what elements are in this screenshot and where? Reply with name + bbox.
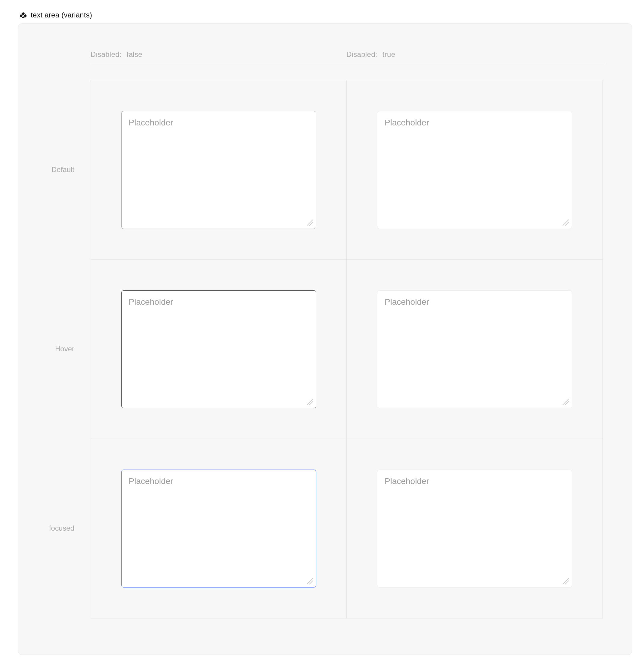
variants-icon: [20, 12, 26, 18]
svg-rect-0: [21, 12, 25, 15]
svg-rect-2: [23, 14, 26, 18]
variant-cell-default-disabled: Placeholder: [347, 80, 602, 259]
row-label-default: Default: [45, 80, 91, 259]
textarea-placeholder: Placeholder: [129, 297, 173, 306]
column-header-key: Disabled:: [347, 50, 377, 59]
variant-table: Default Hover focused Placeholder: [45, 80, 605, 618]
row-label-hover: Hover: [45, 259, 91, 439]
textarea-disabled: Placeholder: [377, 290, 572, 408]
resize-handle-icon[interactable]: [306, 577, 314, 585]
column-header-disabled-true: Disabled: true: [347, 50, 602, 59]
textarea-placeholder: Placeholder: [384, 118, 429, 127]
textarea-focused[interactable]: Placeholder: [121, 470, 316, 588]
variants-frame: Disabled: false Disabled: true Default H…: [18, 23, 632, 655]
textarea-default[interactable]: Placeholder: [121, 111, 316, 229]
resize-handle-icon[interactable]: [306, 219, 314, 226]
variant-cell-focused-disabled: Placeholder: [347, 439, 602, 618]
svg-rect-1: [20, 14, 23, 18]
textarea-placeholder: Placeholder: [129, 477, 173, 486]
column-header-value: true: [382, 50, 395, 59]
textarea-disabled: Placeholder: [377, 111, 572, 229]
row-label-focused: focused: [45, 439, 91, 618]
resize-handle-icon[interactable]: [306, 398, 314, 406]
textarea-disabled: Placeholder: [377, 470, 572, 588]
textarea-placeholder: Placeholder: [384, 477, 429, 486]
resize-handle-icon: [561, 577, 569, 585]
variant-cell-hover-disabled: Placeholder: [347, 259, 602, 439]
column-header-key: Disabled:: [91, 50, 121, 59]
resize-handle-icon: [561, 219, 569, 226]
column-headers: Disabled: false Disabled: true: [91, 50, 605, 63]
textarea-placeholder: Placeholder: [384, 297, 429, 306]
row-labels: Default Hover focused: [45, 80, 91, 618]
resize-handle-icon: [561, 398, 569, 406]
variant-grid: Placeholder Placeholder: [91, 80, 603, 618]
textarea-hover[interactable]: Placeholder: [121, 290, 316, 408]
component-header: text area (variants): [18, 11, 626, 19]
component-title: text area (variants): [31, 11, 92, 19]
textarea-placeholder: Placeholder: [129, 118, 173, 127]
variant-cell-default-enabled: Placeholder: [91, 80, 347, 259]
design-canvas: text area (variants) Disabled: false Dis…: [0, 0, 644, 663]
column-header-value: false: [127, 50, 142, 59]
column-header-disabled-false: Disabled: false: [91, 50, 347, 59]
variant-cell-focused-enabled: Placeholder: [91, 439, 347, 618]
variant-cell-hover-enabled: Placeholder: [91, 259, 347, 439]
